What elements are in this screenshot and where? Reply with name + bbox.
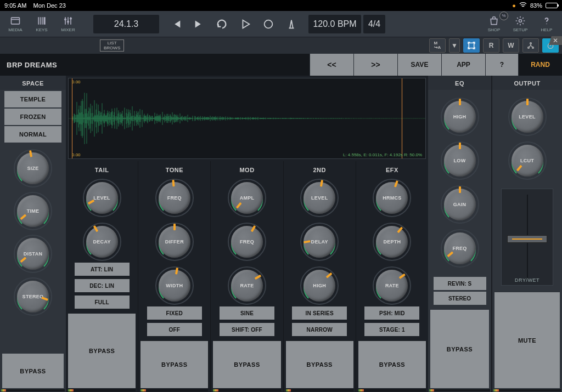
loop-button[interactable]: [215, 17, 229, 31]
knob-distan[interactable]: DISTAN: [14, 235, 52, 273]
param-sine[interactable]: SINE: [220, 306, 274, 320]
preset-next-button[interactable]: >>: [353, 54, 397, 76]
write-automation-button[interactable]: W: [503, 38, 519, 53]
param-att-lin[interactable]: ATT: LIN: [75, 263, 130, 276]
forward-button[interactable]: [192, 17, 206, 31]
knob-freq[interactable]: FREQ: [441, 229, 479, 268]
param-in-series[interactable]: IN SERIES: [292, 306, 347, 320]
output-mute-button[interactable]: MUTE: [494, 292, 560, 388]
2nd-bypass-button[interactable]: BYPASS: [286, 341, 353, 388]
knob-decay[interactable]: DECAY: [83, 223, 121, 261]
knob-hrmcs[interactable]: HRMCS: [373, 179, 411, 217]
media-button[interactable]: MEDIA: [3, 13, 27, 36]
preset-save-button[interactable]: SAVE: [397, 54, 441, 76]
section-tone: TONE FREQ DIFFER WIDTH FIXEDOFF BYPASS: [138, 161, 210, 392]
svg-point-8: [532, 47, 534, 49]
knob-level[interactable]: LEVEL: [300, 179, 339, 217]
space-mode-temple[interactable]: TEMPLE: [4, 91, 61, 107]
battery-percent: 83%: [530, 2, 542, 9]
drywet-fader[interactable]: DRY/WET: [501, 189, 553, 286]
param-shift-off[interactable]: SHIFT: OFF: [220, 323, 274, 336]
knob-lcut[interactable]: LCUT: [508, 141, 547, 180]
svg-rect-0: [12, 18, 20, 24]
rewind-button[interactable]: [169, 17, 183, 31]
param-full[interactable]: FULL: [75, 296, 130, 309]
knob-size[interactable]: SIZE: [14, 149, 52, 188]
close-panel-button[interactable]: ✕: [549, 36, 562, 45]
output-title: OUTPUT: [492, 76, 562, 90]
fader-handle[interactable]: [507, 235, 547, 243]
routing-button[interactable]: [522, 38, 539, 53]
position-display[interactable]: 24.1.3: [93, 15, 159, 33]
svg-point-3: [70, 18, 71, 19]
list-browse-toggle[interactable]: LIST BROWS: [100, 39, 124, 52]
section-tail: TAIL LEVEL DECAY ATT: LINDEC: LINFULL BY…: [66, 161, 138, 392]
preset-app-button[interactable]: APP: [441, 54, 485, 76]
space-mode-frozen[interactable]: FROZEN: [4, 109, 61, 125]
tone-bypass-button[interactable]: BYPASS: [140, 341, 208, 388]
record-button[interactable]: [261, 17, 276, 31]
tail-bypass-button[interactable]: BYPASS: [68, 314, 136, 388]
eq-meter: [429, 389, 490, 391]
fullscreen-button[interactable]: [463, 38, 480, 53]
knob-width[interactable]: WIDTH: [155, 266, 194, 305]
preset-help-button[interactable]: ?: [485, 54, 518, 76]
knob-freq[interactable]: FREQ: [155, 179, 194, 217]
space-bypass-button[interactable]: BYPASS: [2, 354, 64, 388]
timesig-display[interactable]: 4/4: [363, 15, 385, 33]
efx-bypass-button[interactable]: BYPASS: [358, 341, 426, 388]
param-off[interactable]: OFF: [147, 323, 202, 336]
knob-high[interactable]: HIGH: [441, 98, 479, 136]
param-narrow[interactable]: NARROW: [292, 323, 347, 336]
knob-stereo[interactable]: STEREO: [14, 277, 52, 316]
wifi-icon: [519, 2, 527, 9]
knob-low[interactable]: LOW: [441, 141, 479, 180]
knob-depth[interactable]: DEPTH: [373, 223, 411, 261]
help-button[interactable]: HELP: [535, 13, 559, 36]
midi-assign-button[interactable]: M↪A: [429, 38, 446, 53]
center-section: 0.00 0.00 L: 4.558s, E: 0.011s, F: 4.192…: [66, 76, 428, 392]
shop-button[interactable]: SHOP: [482, 13, 506, 36]
param-fixed[interactable]: FIXED: [147, 306, 202, 320]
knob-differ[interactable]: DIFFER: [155, 223, 194, 261]
param-psh-mid[interactable]: PSH: MID: [364, 306, 419, 320]
space-mode-normal[interactable]: NORMAL: [4, 126, 61, 143]
preset-rand-button[interactable]: RAND: [518, 54, 562, 76]
svg-point-1: [64, 19, 66, 20]
eq-title: EQ: [428, 76, 491, 90]
mixer-button[interactable]: MIXER: [56, 13, 80, 36]
knob-gain[interactable]: GAIN: [441, 185, 479, 224]
knob-freq[interactable]: FREQ: [228, 223, 266, 261]
section-efx: EFX HRMCS DEPTH RATE PSH: MIDSTAGE: 1 BY…: [356, 161, 428, 392]
dropdown-button[interactable]: ▼: [449, 38, 460, 53]
status-date: Mon Dec 23: [33, 2, 66, 9]
waveform-display[interactable]: 0.00 0.00 L: 4.558s, E: 0.011s, F: 4.192…: [68, 78, 426, 159]
knob-delay[interactable]: DELAY: [300, 223, 339, 261]
knob-level[interactable]: LEVEL: [508, 98, 547, 136]
keys-button[interactable]: KEYS: [30, 13, 54, 36]
eq-param-stereo[interactable]: STEREO: [434, 292, 486, 305]
knob-rate[interactable]: RATE: [228, 266, 266, 305]
read-automation-button[interactable]: R: [483, 38, 499, 53]
space-meter: [1, 389, 65, 391]
param-dec-lin[interactable]: DEC: LIN: [75, 279, 130, 292]
space-title: SPACE: [0, 76, 66, 90]
preset-prev-button[interactable]: <<: [310, 54, 353, 76]
setup-button[interactable]: SETUP: [508, 13, 532, 36]
knob-time[interactable]: TIME: [14, 192, 52, 230]
param-stage-1[interactable]: STAGE: 1: [364, 323, 419, 336]
knob-level[interactable]: LEVEL: [83, 179, 121, 217]
drywet-label: DRY/WET: [502, 277, 553, 283]
mod-bypass-button[interactable]: BYPASS: [213, 341, 280, 388]
play-button[interactable]: [238, 17, 252, 31]
eq-param-revin-s[interactable]: REVIN: S: [434, 277, 486, 290]
knob-ampl[interactable]: AMPL: [228, 179, 266, 217]
output-section: OUTPUT LEVEL LCUT DRY/WET MUTE: [491, 76, 562, 392]
eq-bypass-button[interactable]: BYPASS: [430, 310, 489, 388]
metronome-button[interactable]: [284, 17, 299, 31]
preset-name[interactable]: BRP DREAMS: [0, 61, 310, 69]
knob-high[interactable]: HIGH: [300, 266, 339, 305]
tempo-display[interactable]: 120.0 BPM: [308, 15, 361, 33]
battery-icon: [546, 3, 558, 8]
knob-rate[interactable]: RATE: [373, 266, 411, 305]
